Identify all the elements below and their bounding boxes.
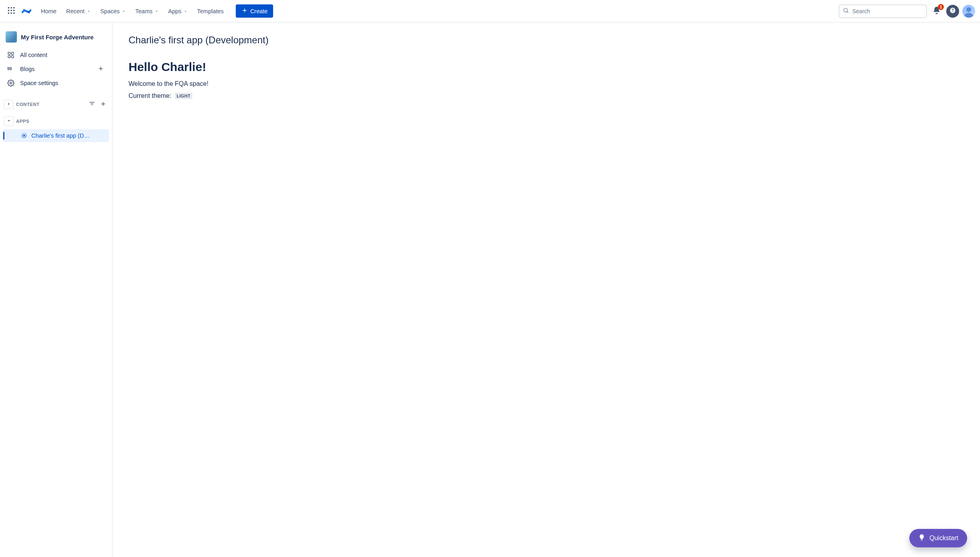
svg-rect-0: [8, 7, 9, 8]
all-content-icon: [7, 51, 14, 59]
tree-label-content: CONTENT: [16, 102, 39, 107]
tree-toggle-apps[interactable]: [4, 116, 14, 126]
profile-avatar[interactable]: [962, 5, 975, 18]
plus-icon: [100, 101, 106, 108]
nav-left: Home Recent Spaces Teams Apps Templates …: [5, 4, 273, 18]
nav-home[interactable]: Home: [37, 6, 61, 17]
sidebar-link-label: Space settings: [20, 80, 58, 86]
page-title: Charlie's first app (Development): [129, 35, 964, 46]
nav-templates[interactable]: Templates: [193, 6, 228, 17]
space-icon: [6, 31, 17, 43]
tree-actions-content: [87, 100, 108, 109]
sidebar-link-label: All content: [20, 52, 47, 58]
nav-recent-label: Recent: [66, 8, 85, 14]
notifications-button[interactable]: 1: [930, 5, 943, 18]
tree-item-label: Charlie's first app (D…: [31, 132, 90, 139]
svg-rect-11: [8, 52, 10, 54]
nav-home-label: Home: [41, 8, 57, 14]
app-switcher-icon: [7, 6, 15, 16]
chevron-down-icon: [6, 118, 11, 124]
top-nav: Home Recent Spaces Teams Apps Templates …: [0, 0, 980, 22]
svg-rect-12: [12, 52, 14, 54]
svg-text:99: 99: [7, 66, 12, 71]
main-content: Charlie's first app (Development) Hello …: [112, 22, 980, 557]
content-welcome: Welcome to the FQA space!: [129, 80, 964, 87]
content-heading: Hello Charlie!: [129, 60, 964, 74]
space-header[interactable]: My First Forge Adventure: [3, 30, 109, 48]
svg-rect-8: [13, 12, 14, 14]
question-icon: [949, 7, 956, 15]
chevron-down-icon: [122, 8, 126, 14]
nav-apps[interactable]: Apps: [164, 6, 192, 17]
layout: My First Forge Adventure All content 99 …: [0, 22, 980, 557]
svg-point-10: [966, 7, 971, 12]
svg-rect-4: [10, 10, 12, 11]
svg-point-18: [23, 135, 25, 136]
add-content-button[interactable]: [98, 100, 108, 109]
app-item-icon: [21, 132, 27, 139]
tree-label-apps: APPS: [16, 119, 29, 124]
help-button[interactable]: [946, 5, 959, 18]
svg-point-9: [844, 8, 847, 12]
sidebar-link-all-content[interactable]: All content: [3, 48, 109, 62]
chevron-down-icon: [155, 8, 159, 14]
search-icon: [843, 7, 849, 15]
chevron-down-icon: [184, 8, 188, 14]
nav-apps-label: Apps: [168, 8, 182, 14]
nav-templates-label: Templates: [197, 8, 224, 14]
search-box[interactable]: [839, 4, 927, 18]
tree-toggle-content[interactable]: [4, 100, 14, 109]
app-switcher-button[interactable]: [5, 5, 18, 18]
create-label: Create: [250, 8, 268, 14]
theme-row: Current theme: LIGHT: [129, 92, 964, 100]
tree-section-content: CONTENT: [3, 98, 109, 111]
create-button[interactable]: Create: [236, 4, 274, 18]
nav-right: 1: [839, 4, 975, 18]
blogs-icon: 99: [7, 65, 14, 73]
theme-label: Current theme:: [129, 92, 172, 100]
plus-icon: [241, 7, 248, 15]
theme-badge: LIGHT: [175, 93, 193, 99]
tree-section-apps: APPS Charlie's first app (D…: [3, 115, 109, 142]
nav-teams[interactable]: Teams: [131, 6, 163, 17]
search-input[interactable]: [852, 8, 923, 14]
gear-icon: [7, 79, 14, 87]
svg-rect-2: [13, 7, 14, 8]
nav-spaces[interactable]: Spaces: [96, 6, 130, 17]
svg-rect-3: [8, 10, 9, 11]
svg-rect-1: [10, 7, 12, 8]
svg-rect-5: [13, 10, 14, 11]
filter-icon: [89, 101, 95, 108]
svg-rect-13: [8, 56, 10, 58]
tree-header-content: CONTENT: [3, 98, 109, 111]
nav-spaces-label: Spaces: [100, 8, 120, 14]
lightbulb-icon: [918, 534, 925, 543]
svg-rect-6: [8, 12, 9, 14]
svg-rect-7: [10, 12, 12, 14]
sidebar: My First Forge Adventure All content 99 …: [0, 22, 112, 557]
notification-badge: 1: [938, 4, 944, 10]
filter-button[interactable]: [87, 100, 97, 109]
sidebar-link-blogs[interactable]: 99 Blogs: [3, 62, 109, 76]
quickstart-button[interactable]: Quickstart: [909, 529, 967, 547]
chevron-right-icon: [6, 102, 11, 108]
sidebar-link-space-settings[interactable]: Space settings: [3, 76, 109, 90]
sidebar-link-label: Blogs: [20, 66, 35, 72]
nav-teams-label: Teams: [135, 8, 153, 14]
add-blog-button[interactable]: [97, 65, 105, 73]
tree-header-apps: APPS: [3, 115, 109, 128]
svg-rect-14: [12, 56, 14, 58]
quickstart-label: Quickstart: [929, 535, 958, 542]
space-name: My First Forge Adventure: [21, 34, 94, 41]
chevron-down-icon: [87, 8, 91, 14]
confluence-logo-icon[interactable]: [22, 6, 31, 16]
svg-point-16: [10, 82, 12, 84]
nav-recent[interactable]: Recent: [62, 6, 95, 17]
tree-item-charlies-app[interactable]: Charlie's first app (D…: [3, 129, 109, 142]
plus-icon: [98, 65, 104, 73]
